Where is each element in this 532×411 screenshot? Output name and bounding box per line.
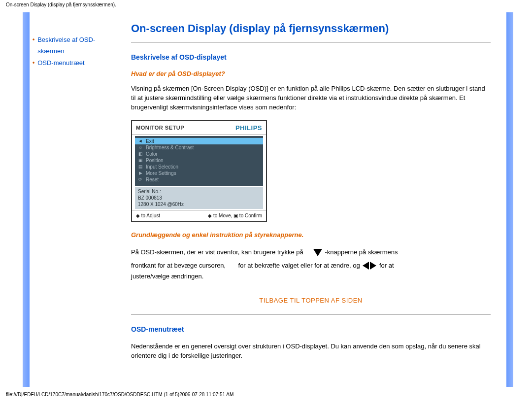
menu-icon: ☼ (138, 145, 143, 150)
nav-link-menutraeet[interactable]: • OSD-menutræet (33, 57, 118, 68)
osd-info-panel: Serial No.: BZ 000813 1280 X 1024 @60Hz (135, 187, 263, 209)
header-bar: On-screen Display (display på fjernsynss… (0, 0, 532, 12)
osd-menu-panel: ◄ Exit ☼ Brightness & Contrast ◧ Color (135, 136, 263, 186)
left-stripe (23, 12, 30, 387)
down-arrow-icon (313, 249, 322, 256)
menu-label: Position (146, 158, 164, 163)
instruction-line-2: frontkant for at bevæge cursoren, for at… (131, 259, 491, 272)
instruction-line-1: På OSD-skærmen, der er vist ovenfor, kan… (131, 245, 491, 259)
page: On-screen Display (display på fjernsynss… (0, 0, 532, 411)
brand-logo: PHILIPS (235, 124, 262, 132)
menu-icon: ◄ (138, 138, 143, 143)
osd-item-input: ▤ Input Selection (135, 164, 263, 170)
menu-label: Reset (146, 177, 159, 182)
menu-icon: ▣ (138, 158, 143, 163)
menu-icon: ◧ (138, 151, 143, 156)
instr-text: -knapperne på skærmens (325, 248, 398, 256)
osd-item-more: ▶ More Settings (135, 170, 263, 176)
menu-icon: ⟳ (138, 177, 143, 182)
menu-label: Brightness & Contrast (146, 145, 194, 150)
osd-footer-right: ◆ to Move, ▣ to Confirm (208, 213, 262, 218)
divider (131, 314, 491, 314)
osd-footer-left: ◆ to Adjust (136, 213, 160, 218)
footer-path: file:///D|/EDFU/LCD/170C7/manual/danish/… (0, 387, 532, 400)
instr-text: for at (379, 262, 394, 269)
body-text-2: Nedenstående er en generel oversigt over… (131, 342, 491, 361)
back-to-top-wrap: TILBAGE TIL TOPPEN AF SIDEN (131, 297, 491, 304)
bullet-icon: • (33, 34, 34, 45)
menu-label: More Settings (146, 171, 176, 176)
back-to-top-link[interactable]: TILBAGE TIL TOPPEN AF SIDEN (259, 297, 363, 304)
nav-link-beskrivelse[interactable]: • Beskrivelse af OSD-skærmen (33, 34, 118, 57)
osd-body: ◄ Exit ☼ Brightness & Contrast ◧ Color (132, 136, 266, 210)
sidebar: • Beskrivelse af OSD-skærmen • OSD-menut… (30, 12, 122, 387)
instruction-line-3: justere/vælge ændringen. (131, 272, 491, 281)
osd-serial-label: Serial No.: (138, 188, 260, 195)
instr-text: for at bekræfte valget eller for at ændr… (238, 262, 360, 269)
divider (131, 42, 491, 42)
right-stripe (506, 12, 513, 387)
content-row: • Beskrivelse af OSD-skærmen • OSD-menut… (0, 12, 532, 387)
nav-label: OSD-menutræet (37, 57, 84, 68)
osd-serial-value: BZ 000813 (138, 195, 260, 201)
instr-text: frontkant for at bevæge cursoren, (131, 262, 226, 269)
section-heading: Beskrivelse af OSD-displayet (131, 53, 491, 61)
osd-item-exit: ◄ Exit (135, 138, 263, 144)
body-text: Visning på skærmen [On-Screen Display (O… (131, 84, 491, 112)
section-heading-2: OSD-menutræet (131, 325, 491, 333)
nav-label: Beskrivelse af OSD-skærmen (37, 34, 118, 57)
osd-screenshot: MONITOR SETUP PHILIPS ◄ Exit ☼ Brightnes… (131, 120, 267, 222)
menu-label: Input Selection (146, 164, 178, 170)
instruction-heading: Grundlæggende og enkel instruktion på st… (131, 231, 491, 239)
menu-icon: ▶ (138, 171, 143, 175)
menu-label: Exit (146, 138, 154, 144)
osd-item-brightness: ☼ Brightness & Contrast (135, 144, 263, 151)
section-subheading: Hvad er der på OSD-displayet? (131, 70, 491, 77)
osd-item-reset: ⟳ Reset (135, 176, 263, 183)
main-content: On-screen Display (display på fjernsynss… (122, 12, 506, 387)
page-title: On-screen Display (display på fjernsynss… (131, 22, 491, 35)
osd-titlebar: MONITOR SETUP PHILIPS (132, 121, 266, 135)
osd-title: MONITOR SETUP (136, 125, 184, 131)
menu-icon: ▤ (138, 164, 143, 169)
instr-text: På OSD-skærmen, der er vist ovenfor, kan… (131, 248, 303, 256)
bullet-icon: • (33, 57, 34, 68)
osd-item-position: ▣ Position (135, 157, 263, 164)
osd-footer: ◆ to Adjust ◆ to Move, ▣ to Confirm (132, 210, 266, 221)
osd-resolution: 1280 X 1024 @60Hz (138, 201, 260, 207)
menu-label: Color (146, 151, 158, 157)
left-right-arrow-icon (363, 262, 376, 270)
osd-item-color: ◧ Color (135, 151, 263, 157)
